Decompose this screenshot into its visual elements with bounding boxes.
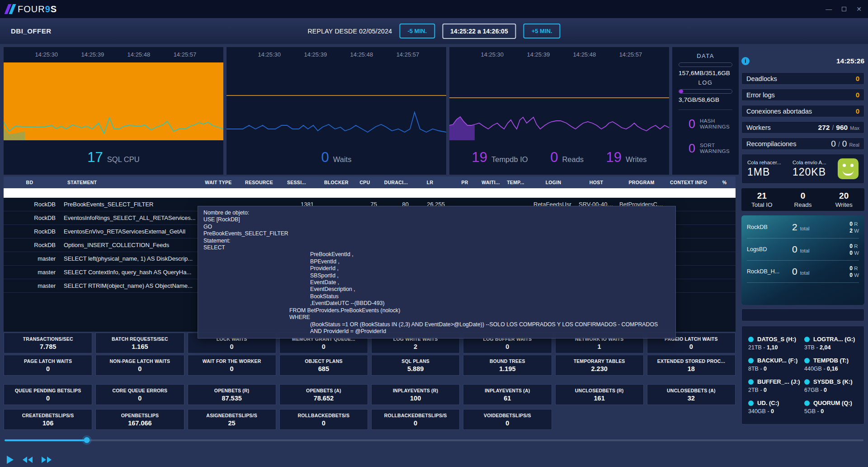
- timeline-slider[interactable]: [5, 439, 863, 441]
- database-writes: 0 W: [849, 272, 859, 278]
- tooltip-line: Statement:: [203, 238, 670, 244]
- chart-stat-label: SQL CPU: [107, 155, 140, 164]
- tooltip-line: USE [RockDB]: [203, 216, 670, 223]
- column-header[interactable]: TEMP...: [503, 180, 528, 185]
- database-row[interactable]: RockDB_H...0total0 R0 W: [747, 261, 859, 283]
- plus-5min-button[interactable]: +5 MIN.: [524, 24, 561, 38]
- metric-tile: QUEUE PENDING BETSLIPS0: [4, 384, 92, 405]
- column-header[interactable]: WAITI...: [478, 180, 503, 185]
- disk-name: LOGTRA... (G:): [813, 336, 855, 343]
- column-header[interactable]: LR: [415, 180, 451, 185]
- metric-tile: PAGE LATCH WAITS0: [4, 355, 92, 376]
- maximize-icon[interactable]: [842, 7, 846, 11]
- metric-value: 0: [689, 343, 693, 350]
- play-button[interactable]: [5, 454, 14, 465]
- disk-usage: 21TB - 1,10: [748, 344, 802, 351]
- column-header[interactable]: SESSI...: [279, 180, 320, 185]
- queue-item: Cola rehacer...1MB: [747, 160, 791, 178]
- queue-item: Cola envío A...120KB: [793, 160, 836, 178]
- chart-stat-value: 0: [321, 149, 329, 166]
- close-icon[interactable]: ✕: [856, 5, 862, 13]
- fast-forward-button[interactable]: [41, 456, 52, 464]
- database-row[interactable]: RockDB2total0 R2 W: [747, 216, 859, 238]
- counter-row: Error logs0: [741, 89, 864, 101]
- queues-box: Cola rehacer...1MBCola envío A...120KB: [741, 154, 864, 184]
- rewind-button[interactable]: [22, 456, 33, 464]
- io-stat: 0Reads: [783, 191, 824, 208]
- chart-stat-value: 19: [606, 149, 622, 166]
- time-tick-label: 14:25:39: [81, 51, 104, 58]
- metric-label: ROLLBACKEDBETS/S: [298, 413, 350, 418]
- column-header[interactable]: RESOURCE: [239, 180, 279, 185]
- logo-text: FOUR9S: [18, 4, 57, 14]
- metric-tile: BOUND TREES1.195: [463, 355, 552, 376]
- column-header[interactable]: DURACI...: [383, 180, 415, 185]
- minimize-icon[interactable]: —: [826, 5, 832, 13]
- time-range-button[interactable]: 14:25:22 a 14:26:05: [442, 24, 516, 39]
- column-header[interactable]: %: [713, 180, 736, 185]
- disk-status-icon: [748, 379, 754, 385]
- metric-tile: OPENBETS (A)78.652: [279, 384, 368, 405]
- metric-tile: VOIDEDBETSLIPS/S0: [463, 409, 552, 430]
- metric-tile: CREATEDBETSLIPS/S106: [4, 409, 92, 430]
- chart-stat-label: Waits: [333, 155, 352, 164]
- column-header[interactable]: CPU: [353, 180, 383, 185]
- disk-item: SYSDB_S (K:)67GB - 0: [804, 375, 858, 396]
- slider-handle[interactable]: [84, 437, 90, 443]
- column-header[interactable]: HOST: [573, 180, 614, 185]
- recompilations-label: Recompilaciones: [746, 140, 796, 148]
- metric-label: BATCH REQUESTS/SEC: [112, 336, 168, 342]
- column-header[interactable]: PROGRAM: [614, 180, 664, 185]
- disk-item: LOGTRA... (G:)3TB - 2,04: [804, 333, 858, 354]
- metric-tile: WAIT FOR THE WORKER0: [188, 355, 276, 376]
- time-tick-label: 14:25:39: [527, 51, 550, 58]
- disk-status-icon: [748, 400, 754, 406]
- disk-name: BUFFER_... (J:): [757, 378, 800, 385]
- column-header[interactable]: BD: [4, 180, 61, 185]
- column-header[interactable]: STATEMENT: [61, 180, 198, 185]
- column-header[interactable]: LOGIN: [528, 180, 573, 185]
- column-header[interactable]: BLOCKER: [320, 180, 353, 185]
- minus-5min-button[interactable]: -5 MIN.: [399, 24, 435, 38]
- table-cell: master: [4, 269, 61, 276]
- disk-status-icon: [748, 358, 754, 363]
- metric-value: 5.889: [407, 365, 424, 372]
- metric-label: OPENBETS (A): [306, 388, 341, 393]
- tooltip-line: SELECT: [203, 244, 670, 251]
- chart-panel-tempdb-io: 14:25:3014:25:3914:25:4814:25:5719Tempdb…: [449, 47, 669, 175]
- tooltip-line: ProviderId ,: [203, 265, 670, 272]
- column-header[interactable]: WAIT TYPE: [198, 180, 239, 185]
- queue-label: Cola envío A...: [793, 160, 836, 165]
- info-icon[interactable]: i: [741, 57, 750, 65]
- time-tick-label: 14:25:30: [258, 51, 281, 58]
- metric-tile: OPENBETSLIPS167.066: [95, 409, 184, 430]
- tooltip-line: EventDate ,: [203, 279, 670, 286]
- database-row[interactable]: LogsBD0total0 R0 W: [747, 238, 859, 261]
- data-log-panel: DATA 157,6MB/351,6GB LOG 3,7GB/58,6GB 0H…: [672, 47, 739, 175]
- table-cell: RockDB: [4, 201, 61, 208]
- chart-panel-sql-cpu: 14:25:3014:25:3914:25:4814:25:5717SQL CP…: [4, 47, 223, 175]
- metric-tile: CORE QUEUE ERRORS0: [95, 384, 184, 405]
- disk-usage: 440GB - 0,16: [804, 366, 858, 372]
- metric-tile: NON-PAGE LATCH WAITS0: [95, 355, 184, 376]
- sidebar-empty-box: [741, 309, 864, 321]
- tooltip-line: ,EventDateUTC --(BBDD-493): [203, 300, 670, 307]
- tooltip-line: PreBookEventId ,: [203, 251, 670, 258]
- table-cell: SELECT ContextInfo, query_hash AS QueryH…: [61, 269, 198, 276]
- titlebar: FOUR9S — ✕: [0, 0, 868, 18]
- table-cell: SELECT RTRIM(object_name) AS ObjectName.…: [61, 282, 198, 289]
- warning-count: 0: [689, 117, 695, 131]
- chart-stat-value: 17: [87, 149, 103, 166]
- disk-status-icon: [804, 400, 810, 406]
- metric-value: 0: [414, 419, 417, 427]
- table-filter-row[interactable]: [4, 188, 736, 198]
- metric-value: 0: [505, 419, 509, 427]
- metric-value: 0: [322, 343, 326, 350]
- workers-label: Workers: [746, 124, 771, 131]
- metric-label: BOUND TREES: [490, 358, 525, 364]
- disk-usage: 340GB - 0: [748, 408, 802, 415]
- column-header[interactable]: PR: [451, 180, 478, 185]
- metric-label: TEMPORARY TABLES: [574, 358, 625, 364]
- warning-row: 0HASHWARNINGS: [679, 112, 732, 136]
- column-header[interactable]: CONTEXT INFO: [664, 180, 713, 185]
